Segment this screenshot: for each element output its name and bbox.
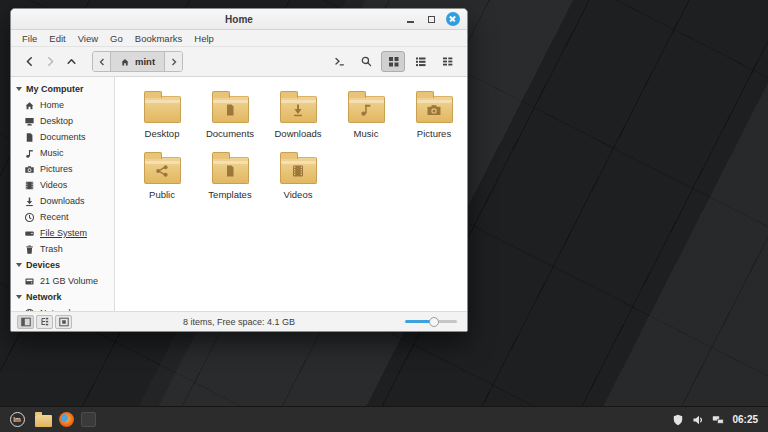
folder-music[interactable]: Music (334, 90, 398, 139)
expander-icon (16, 87, 22, 91)
sidebar-section-devices[interactable]: Devices (11, 257, 114, 273)
folder-label: Downloads (275, 128, 322, 139)
folder-label: Public (149, 189, 175, 200)
folder-icon (348, 96, 385, 123)
titlebar[interactable]: Home (11, 9, 467, 30)
folder-icon (144, 96, 181, 123)
folder-label: Desktop (145, 128, 180, 139)
sidebar-item-home[interactable]: Home (11, 97, 114, 113)
sidebar-item-pictures[interactable]: Pictures (11, 161, 114, 177)
hide-sidebar-toggle-button[interactable] (55, 315, 72, 329)
maximize-button[interactable] (425, 13, 438, 26)
camera-emblem-icon (426, 103, 442, 117)
path-scroll-right-button[interactable] (165, 52, 182, 71)
music-note-icon (24, 148, 35, 159)
folder-icon (280, 96, 317, 123)
sidebar-item-videos[interactable]: Videos (11, 177, 114, 193)
section-label: My Computer (26, 84, 84, 94)
forward-button[interactable] (40, 51, 61, 73)
sidebar-item-label: Recent (40, 212, 69, 222)
zoom-slider[interactable] (405, 320, 461, 323)
film-icon (24, 180, 35, 191)
window-list-item[interactable] (81, 412, 96, 427)
sidebar-toggle-group (17, 315, 72, 329)
sidebar-item-label: Music (40, 148, 64, 158)
sidebar-item-trash[interactable]: Trash (11, 241, 114, 257)
up-button[interactable] (61, 51, 82, 73)
files-launcher[interactable] (35, 413, 52, 427)
menu-button[interactable]: lm (6, 410, 28, 430)
sidebar-item-21-gb-volume[interactable]: 21 GB Volume (11, 273, 114, 289)
volume-icon[interactable] (692, 414, 704, 426)
folder-videos[interactable]: Videos (266, 151, 330, 200)
path-segment-home[interactable]: mint (110, 52, 165, 71)
file-manager-window: Home File Edit View Go Bookmarks Help (10, 8, 468, 332)
window-body: My Computer Home Desktop Documents Music… (11, 77, 467, 311)
statusbar: 8 items, Free space: 4.1 GB (11, 311, 467, 331)
film-emblem-icon (290, 164, 306, 178)
download-icon (24, 196, 35, 207)
search-button[interactable] (354, 51, 378, 72)
folder-downloads[interactable]: Downloads (266, 90, 330, 139)
places-pane-toggle-button[interactable] (17, 315, 34, 329)
folder-icon (35, 415, 52, 427)
folder-pictures[interactable]: Pictures (402, 90, 466, 139)
minimize-icon (407, 21, 414, 23)
list-view-button[interactable] (408, 51, 432, 72)
sidebar: My Computer Home Desktop Documents Music… (11, 77, 115, 311)
compact-view-button[interactable] (435, 51, 459, 72)
sidebar-item-music[interactable]: Music (11, 145, 114, 161)
menu-help[interactable]: Help (188, 32, 220, 45)
update-shield-icon[interactable] (672, 414, 684, 426)
mint-logo-text: lm (13, 416, 21, 423)
menu-view[interactable]: View (72, 32, 104, 45)
path-scroll-left-button[interactable] (93, 52, 110, 71)
mint-logo-icon: lm (10, 412, 25, 427)
folder-public[interactable]: Public (130, 151, 194, 200)
icon-view-button[interactable] (381, 51, 405, 72)
path-segment-label: mint (135, 56, 155, 67)
document-icon (24, 132, 35, 143)
folder-icon (416, 96, 453, 123)
sidebar-item-recent[interactable]: Recent (11, 209, 114, 225)
minimize-button[interactable] (404, 13, 417, 26)
open-terminal-button[interactable] (327, 51, 351, 72)
clock[interactable]: 06:25 (732, 414, 758, 425)
sidebar-item-documents[interactable]: Documents (11, 129, 114, 145)
zoom-slider-track[interactable] (405, 320, 457, 323)
sidebar-section-my-computer[interactable]: My Computer (11, 81, 114, 97)
sidebar-item-label: Desktop (40, 116, 73, 126)
tree-pane-toggle-button[interactable] (36, 315, 53, 329)
path-bar: mint (92, 51, 183, 72)
volume-drive-icon (24, 276, 35, 287)
network-icon[interactable] (712, 414, 724, 426)
menu-bookmarks[interactable]: Bookmarks (129, 32, 189, 45)
sidebar-section-network[interactable]: Network (11, 289, 114, 305)
expander-icon (16, 295, 22, 299)
back-button[interactable] (19, 51, 40, 73)
sidebar-item-file-system[interactable]: File System (11, 225, 114, 241)
status-text: 8 items, Free space: 4.1 GB (11, 317, 467, 327)
drive-icon (24, 228, 35, 239)
folder-desktop[interactable]: Desktop (130, 90, 194, 139)
menu-file[interactable]: File (16, 32, 43, 45)
folder-icon (280, 157, 317, 184)
menu-go[interactable]: Go (104, 32, 129, 45)
firefox-launcher[interactable] (59, 412, 74, 427)
share-nodes-emblem-icon (154, 164, 170, 178)
sidebar-item-downloads[interactable]: Downloads (11, 193, 114, 209)
folder-templates[interactable]: Templates (198, 151, 262, 200)
sidebar-item-desktop[interactable]: Desktop (11, 113, 114, 129)
section-label: Network (26, 292, 62, 302)
taskbar: lm 06:25 (0, 406, 768, 432)
sidebar-item-label: Home (40, 100, 64, 110)
zoom-slider-thumb[interactable] (429, 317, 439, 327)
clock-icon (24, 212, 35, 223)
menu-edit[interactable]: Edit (43, 32, 71, 45)
monitor-icon (24, 116, 35, 127)
folder-documents[interactable]: Documents (198, 90, 262, 139)
file-grid[interactable]: Desktop Documents Downloads Music (115, 77, 467, 311)
sidebar-item-label: Trash (40, 244, 63, 254)
close-button[interactable] (446, 12, 460, 26)
firefox-icon (59, 412, 74, 427)
